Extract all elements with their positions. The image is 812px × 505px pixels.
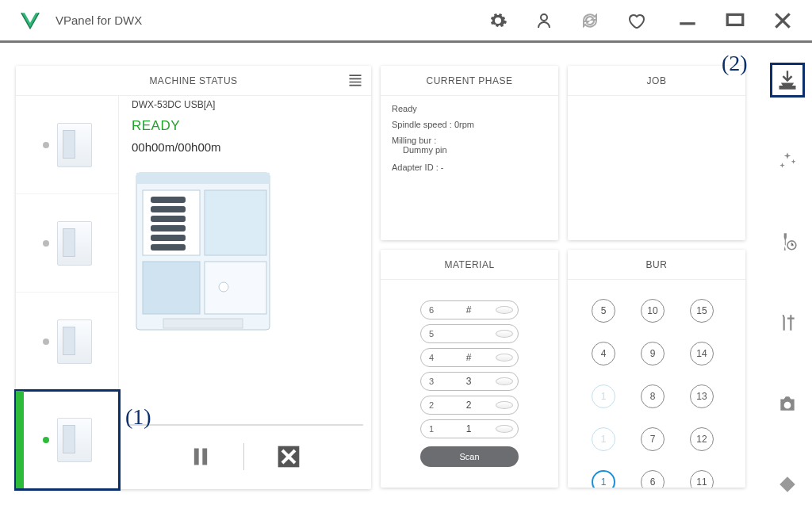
stop-icon[interactable]: [276, 444, 301, 469]
bur-grid: 510154914181317121611: [579, 288, 734, 488]
machine-item-2[interactable]: [16, 194, 119, 293]
job-header: JOB: [568, 66, 745, 96]
machine-thumb: [57, 221, 92, 266]
disc-icon: [496, 377, 513, 385]
material-row[interactable]: 22: [420, 396, 519, 415]
disc-icon: [496, 401, 513, 409]
material-row[interactable]: 4#: [420, 348, 519, 367]
cards-area: MACHINE STATUS DWX-53DC USB[A] READY 00h…: [0, 45, 763, 505]
status-dot: [43, 339, 49, 345]
rail-bur-timer-button[interactable]: [770, 224, 805, 259]
material-card: MATERIAL 1122334#56# Scan: [381, 250, 558, 488]
material-row[interactable]: 5: [420, 324, 519, 343]
bur-slot[interactable]: 10: [641, 299, 665, 323]
separator: [243, 443, 244, 470]
material-value: #: [442, 304, 496, 316]
status-dot: [43, 437, 49, 443]
machine-item-3[interactable]: [16, 293, 119, 391]
app-title: VPanel for DWX: [56, 13, 142, 27]
bur-slot[interactable]: 4: [592, 342, 615, 365]
minimize-icon[interactable]: [677, 10, 698, 31]
svg-rect-11: [205, 190, 266, 255]
device-time: 00h00m/00h00m: [132, 140, 371, 154]
machine-illustration: [132, 168, 274, 335]
machine-thumb: [57, 123, 92, 167]
material-slot: 4: [421, 353, 442, 362]
phase-adapter: Adapter ID : -: [392, 163, 547, 172]
svg-rect-8: [151, 225, 186, 231]
svg-rect-9: [151, 235, 186, 241]
pause-icon[interactable]: [190, 446, 212, 468]
machine-status-card: MACHINE STATUS DWX-53DC USB[A] READY 00h…: [16, 66, 371, 489]
bur-slot[interactable]: 1: [592, 384, 615, 408]
maximize-icon[interactable]: [725, 10, 745, 31]
heart-icon[interactable]: [626, 11, 645, 30]
disc-icon: [496, 425, 513, 433]
titlebar: VPanel for DWX: [0, 0, 812, 43]
svg-rect-6: [151, 206, 186, 212]
disc-icon: [496, 354, 513, 362]
rail-diamond-button[interactable]: [770, 467, 805, 502]
bur-slot[interactable]: 1: [592, 470, 615, 488]
svg-rect-7: [151, 216, 186, 222]
svg-rect-3: [136, 173, 270, 184]
rail-tools-button[interactable]: [770, 305, 805, 340]
playback-controls: [127, 424, 363, 470]
material-value: 1: [442, 423, 496, 434]
rail-clean-button[interactable]: [770, 143, 805, 178]
svg-rect-0: [680, 22, 695, 25]
svg-point-14: [219, 282, 228, 292]
bur-slot[interactable]: 15: [690, 299, 714, 323]
material-slot: 1: [421, 424, 442, 434]
svg-rect-5: [151, 197, 186, 203]
svg-rect-10: [151, 244, 186, 251]
material-slot: 6: [421, 305, 442, 315]
material-header: MATERIAL: [381, 250, 558, 280]
machine-item-1[interactable]: [16, 96, 119, 194]
phase-spindle: Spindle speed : 0rpm: [392, 120, 547, 129]
bur-slot[interactable]: 13: [690, 384, 714, 408]
scan-button[interactable]: Scan: [420, 446, 519, 467]
current-phase-body: Ready Spindle speed : 0rpm Milling bur :…: [381, 96, 558, 240]
bur-slot[interactable]: 12: [690, 427, 714, 451]
user-icon[interactable]: [534, 11, 553, 30]
machine-item-4[interactable]: [16, 391, 119, 489]
bur-slot[interactable]: 1: [592, 427, 615, 451]
bur-slot[interactable]: 11: [690, 470, 714, 488]
material-body: 1122334#56# Scan: [381, 280, 558, 488]
material-value: 3: [442, 376, 496, 387]
bur-slot[interactable]: 14: [690, 342, 714, 365]
bur-slot[interactable]: 7: [641, 427, 665, 451]
material-slot: 3: [421, 377, 442, 386]
close-icon[interactable]: [772, 10, 793, 31]
disc-icon: [496, 330, 513, 338]
phase-ready: Ready: [392, 104, 547, 113]
bur-slot[interactable]: 9: [641, 342, 665, 365]
app-logo: [19, 10, 41, 32]
machine-thumb: [57, 418, 92, 462]
refresh-icon[interactable]: [580, 11, 599, 30]
bur-body: 510154914181317121611: [568, 280, 745, 488]
bur-slot[interactable]: 6: [641, 470, 665, 488]
svg-rect-16: [193, 449, 198, 465]
material-row[interactable]: 6#: [420, 300, 519, 319]
material-value: #: [442, 352, 496, 363]
svg-rect-12: [143, 262, 200, 314]
machine-thumb: [57, 319, 92, 364]
material-row[interactable]: 33: [420, 372, 519, 391]
phase-bur-label: Milling bur :: [392, 136, 547, 145]
material-row[interactable]: 11: [420, 419, 519, 438]
rail-output-button[interactable]: [770, 63, 805, 98]
material-slot: 5: [421, 329, 442, 339]
gear-icon[interactable]: [488, 11, 508, 30]
svg-rect-1: [727, 14, 743, 25]
phase-bur-value: Dummy pin: [403, 145, 547, 155]
bur-slot[interactable]: 5: [592, 299, 615, 323]
window-controls: [677, 10, 793, 31]
bur-slot[interactable]: 8: [641, 384, 665, 408]
titlebar-actions: [488, 11, 645, 30]
rail-camera-button[interactable]: [770, 386, 805, 421]
material-list: 1122334#56#: [392, 288, 547, 438]
svg-rect-15: [163, 319, 243, 328]
svg-rect-17: [202, 449, 207, 465]
